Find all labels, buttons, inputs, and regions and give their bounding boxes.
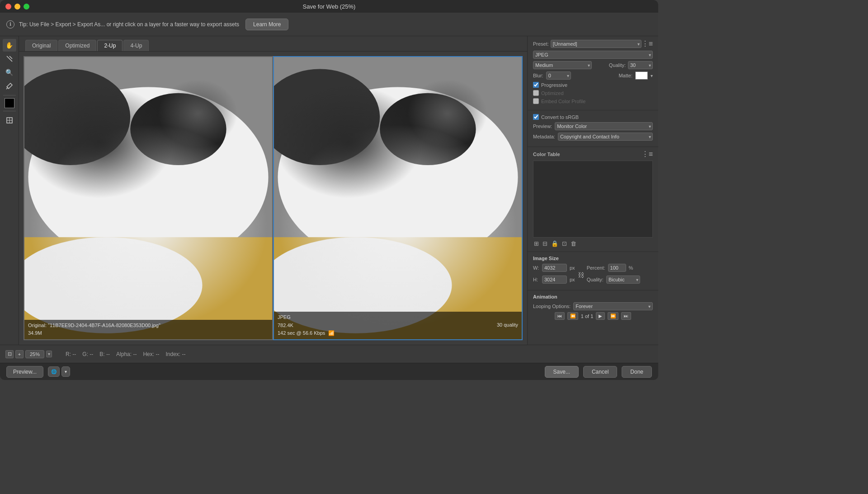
optimized-label[interactable]: Optimized xyxy=(533,90,564,96)
optimized-panel-info: 30 quality JPEG 782.4K 142 sec @ 56.6 Kb… xyxy=(274,312,522,339)
maximize-button[interactable] xyxy=(24,4,29,10)
resample-select[interactable]: Bicubic xyxy=(606,276,640,284)
original-panel[interactable]: Original: "11B7EE9D-2404-4B7F-A16A-82080… xyxy=(24,56,273,340)
save-button[interactable]: Save... xyxy=(545,366,579,378)
progressive-label[interactable]: Progressive xyxy=(533,82,567,88)
preset-row: Preset: [Unnamed] ⋮≡ xyxy=(533,40,653,48)
embed-profile-checkbox[interactable] xyxy=(533,98,539,104)
anim-first-button[interactable]: ⏮ xyxy=(555,312,565,320)
anim-prev-button[interactable]: ⏪ xyxy=(567,312,578,320)
format-row: JPEG xyxy=(533,51,653,59)
color-table-section: Color Table ⋮≡ ⊞ ⊟ 🔒 ⊡ 🗑 xyxy=(528,147,658,252)
convert-srgb-checkbox[interactable] xyxy=(533,114,539,120)
index-label: Index: -- xyxy=(165,351,185,357)
optimized-panel[interactable]: 30 quality JPEG 782.4K 142 sec @ 56.6 Kb… xyxy=(273,56,523,340)
convert-srgb-label[interactable]: Convert to sRGB xyxy=(533,114,579,120)
tab-optimized[interactable]: Optimized xyxy=(58,40,96,51)
original-filename: "11B7EE9D-2404-4B7F-A16A-82080E353D00.jp… xyxy=(48,323,160,328)
anim-last-button[interactable]: ⏭ xyxy=(621,312,631,320)
preview-select[interactable]: Monitor Color xyxy=(555,122,653,130)
anim-next-button[interactable]: ⏩ xyxy=(608,312,618,320)
color-table-menu[interactable]: ⋮≡ xyxy=(642,151,653,158)
tab-2up[interactable]: 2-Up xyxy=(97,40,123,51)
browser-icon-wrap: 🌐 ▾ xyxy=(48,366,70,377)
browser-dropdown-button[interactable]: ▾ xyxy=(61,366,70,377)
zoom-add-button[interactable]: + xyxy=(15,350,24,358)
quality-preset-col: Medium xyxy=(533,61,592,69)
color-table-icon-lock[interactable]: 🔒 xyxy=(550,239,559,248)
looping-label: Looping Options: xyxy=(533,304,571,309)
color-table-icon-delete[interactable]: 🗑 xyxy=(570,239,577,248)
optimized-image xyxy=(274,57,522,339)
animation-title: Animation xyxy=(533,294,653,299)
quality-preset-row: Medium Quality: 30 xyxy=(533,61,653,69)
preset-select-wrapper: [Unnamed] xyxy=(551,40,642,48)
quality-value-select[interactable]: 30 xyxy=(628,61,653,69)
window-controls[interactable] xyxy=(5,4,29,10)
zoom-input[interactable] xyxy=(25,350,44,358)
slice-tool[interactable] xyxy=(3,52,16,65)
embed-profile-row: Embed Color Profile xyxy=(533,98,653,104)
color-table-header: Color Table ⋮≡ xyxy=(533,151,653,158)
looping-select[interactable]: Forever xyxy=(573,302,653,310)
optimized-transfer: 142 sec @ 56.6 Kbps xyxy=(278,330,325,336)
preset-section: Preset: [Unnamed] ⋮≡ JPEG xyxy=(528,36,658,110)
close-button[interactable] xyxy=(5,4,11,10)
preset-select[interactable]: [Unnamed] xyxy=(551,40,642,48)
anim-play-button[interactable]: ▶ xyxy=(596,312,605,320)
constrain-proportions-icon[interactable]: ⛓ xyxy=(578,271,584,279)
metadata-row: Metadata: Copyright and Contact Info xyxy=(533,133,653,141)
looping-row: Looping Options: Forever xyxy=(533,302,653,310)
foreground-color[interactable] xyxy=(5,98,14,108)
color-table-icon-3[interactable]: ⊡ xyxy=(561,239,568,248)
blur-select[interactable]: 0 xyxy=(546,71,571,80)
window-title: Save for Web (25%) xyxy=(303,3,356,10)
tab-original[interactable]: Original xyxy=(25,40,57,51)
canvas-area: Original Optimized 2-Up 4-Up Original: "… xyxy=(19,36,527,345)
matte-swatch[interactable] xyxy=(635,71,648,80)
preset-menu-button[interactable]: ⋮≡ xyxy=(642,40,653,48)
zoom-dropdown-button[interactable]: ▾ xyxy=(46,351,52,357)
color-table-icon-2[interactable]: ⊟ xyxy=(542,239,548,248)
optimized-checkbox[interactable] xyxy=(533,90,539,96)
preset-label: Preset: xyxy=(533,41,549,47)
resample-select-wrapper: Bicubic xyxy=(606,276,640,284)
hand-tool[interactable]: ✋ xyxy=(3,39,16,52)
b-label: B: -- xyxy=(99,351,110,357)
height-input[interactable] xyxy=(542,276,567,284)
metadata-select[interactable]: Copyright and Contact Info xyxy=(558,133,653,141)
progressive-checkbox[interactable] xyxy=(533,82,539,88)
learn-more-button[interactable]: Learn More xyxy=(245,19,288,30)
modem-icon[interactable]: 📶 xyxy=(328,330,335,336)
quality-resample-label: Quality: xyxy=(587,277,604,282)
zoom-tool[interactable]: 🔍 xyxy=(3,66,16,79)
matte-arrow[interactable]: ▾ xyxy=(651,73,653,78)
h-label: H: xyxy=(533,277,539,282)
embed-profile-label[interactable]: Embed Color Profile xyxy=(533,98,585,104)
browser-icon-button[interactable]: 🌐 xyxy=(48,366,60,377)
r-label: R: -- xyxy=(66,351,76,357)
tab-4up[interactable]: 4-Up xyxy=(123,40,149,51)
percent-quality-col: Percent: % Quality: Bicubic xyxy=(587,264,640,285)
color-table-area xyxy=(533,161,653,238)
original-image xyxy=(24,57,272,339)
minimize-button[interactable] xyxy=(14,4,20,10)
width-input[interactable] xyxy=(542,264,567,272)
toggle-slices-tool[interactable] xyxy=(3,114,16,127)
optimized-size: 782.4K xyxy=(278,323,293,328)
quality-preset-select[interactable]: Medium xyxy=(533,61,592,69)
done-button[interactable]: Done xyxy=(622,366,652,378)
zoom-fit-button[interactable]: ⊡ xyxy=(5,350,14,358)
original-panel-info: Original: "11B7EE9D-2404-4B7F-A16A-82080… xyxy=(24,320,272,339)
preview-button[interactable]: Preview... xyxy=(6,366,43,378)
percent-input[interactable] xyxy=(608,264,626,272)
format-select[interactable]: JPEG xyxy=(533,51,653,59)
percent-row: Percent: % xyxy=(587,264,640,272)
color-table-icon-1[interactable]: ⊞ xyxy=(533,239,540,248)
optimized-format: JPEG xyxy=(278,314,291,320)
convert-srgb-row: Convert to sRGB xyxy=(533,114,653,120)
preview-row: Preview: Monitor Color xyxy=(533,122,653,130)
quality-label: 30 quality xyxy=(497,322,518,328)
cancel-button[interactable]: Cancel xyxy=(583,366,617,378)
eyedropper-tool[interactable] xyxy=(3,80,16,92)
